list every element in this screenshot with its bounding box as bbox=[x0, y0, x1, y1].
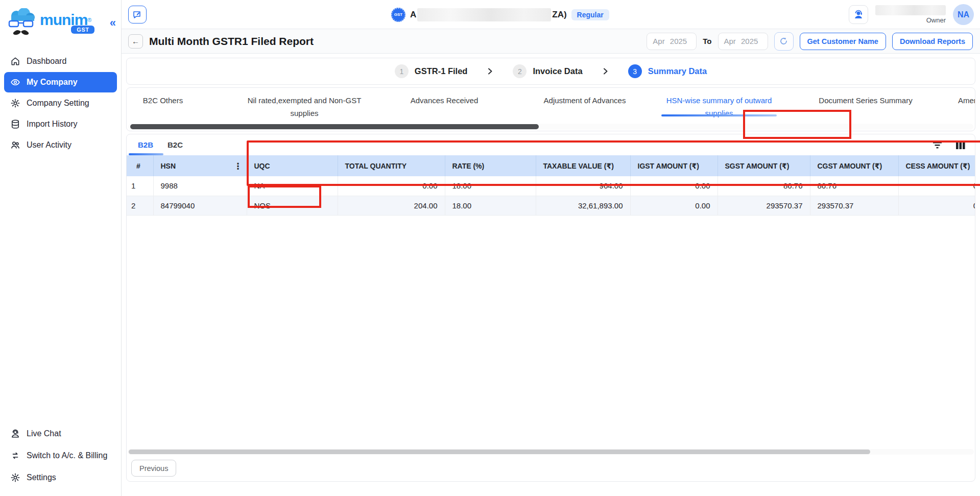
table-cell: 2 bbox=[127, 196, 153, 215]
sidebar-collapse-icon[interactable]: « bbox=[110, 16, 116, 30]
user-avatar[interactable]: NA bbox=[953, 4, 974, 25]
sidebar-item-import-history[interactable]: Import History bbox=[4, 114, 117, 134]
users-icon bbox=[10, 140, 20, 150]
active-tab-underline bbox=[661, 114, 777, 116]
previous-button[interactable]: Previous bbox=[131, 460, 176, 477]
table-scrollbar-thumb[interactable] bbox=[129, 450, 870, 454]
table-cell: 293570.37 bbox=[810, 196, 898, 215]
app-root: munim® GST « DashboardMy CompanyCompany … bbox=[0, 0, 980, 496]
table-cell: 0.00 bbox=[630, 196, 718, 215]
sidebar-item-my-company[interactable]: My Company bbox=[4, 72, 117, 92]
database-icon bbox=[10, 119, 20, 129]
refresh-button[interactable] bbox=[774, 32, 794, 51]
sidebar-item-switch-to-a-c-billing[interactable]: Switch to A/c. & Billing bbox=[4, 445, 117, 466]
company-name-prefix: A bbox=[410, 10, 416, 20]
step-label: Invoice Data bbox=[533, 66, 582, 76]
table-cell: 18.00 bbox=[445, 176, 536, 196]
sidebar-item-user-activity[interactable]: User Activity bbox=[4, 135, 117, 155]
column-header-label: UQC bbox=[254, 162, 270, 170]
sidebar-item-label: User Activity bbox=[27, 140, 71, 150]
table-cell: NOS bbox=[247, 196, 338, 215]
home-icon bbox=[10, 56, 20, 66]
step-number: 2 bbox=[513, 64, 527, 78]
date-from-input[interactable]: Apr 2025 bbox=[647, 33, 697, 50]
refresh-icon bbox=[779, 36, 788, 46]
back-button[interactable]: ← bbox=[128, 34, 143, 49]
gst-stamp-icon: GST bbox=[391, 8, 405, 22]
tabs-scrollbar-thumb[interactable] bbox=[130, 124, 539, 129]
sidebar-item-settings[interactable]: Settings bbox=[4, 467, 117, 488]
sidebar: munim® GST « DashboardMy CompanyCompany … bbox=[0, 0, 122, 496]
step-summary-data[interactable]: 3Summary Data bbox=[628, 64, 707, 78]
sidebar-item-label: My Company bbox=[27, 78, 78, 87]
sidebar-item-dashboard[interactable]: Dashboard bbox=[4, 51, 117, 72]
table-cell: 86.76 bbox=[718, 176, 810, 196]
get-customer-name-button[interactable]: Get Customer Name bbox=[800, 33, 886, 50]
subtab-b2c[interactable]: B2C bbox=[160, 134, 190, 155]
column-header-label: IGST AMOUNT (₹) bbox=[638, 162, 699, 170]
column-header-label: CESS AMOUNT (₹) bbox=[906, 162, 970, 170]
column-header-hsn: HSN⋮ bbox=[153, 155, 247, 176]
download-reports-button[interactable]: Download Reports bbox=[892, 33, 973, 50]
section-tab-amen[interactable]: Amen bbox=[958, 95, 975, 107]
page-title: Multi Month GSTR1 Filed Report bbox=[149, 35, 314, 48]
step-invoice-data[interactable]: 2Invoice Data bbox=[513, 64, 582, 78]
section-tab-nil-rated-exempted-and-non-gst-supplies[interactable]: Nil rated,exempted and Non-GST supplies bbox=[245, 95, 364, 120]
owner-name-redacted bbox=[875, 5, 946, 15]
headset-icon bbox=[10, 429, 20, 439]
column-menu-icon[interactable]: ⋮ bbox=[234, 160, 243, 171]
company-name-suffix: ZA) bbox=[552, 10, 566, 20]
registered-mark: ® bbox=[87, 17, 91, 23]
step-label: Summary Data bbox=[648, 66, 707, 76]
sidebar-item-label: Settings bbox=[27, 473, 56, 482]
subtab-b2b[interactable]: B2B bbox=[131, 134, 160, 155]
company-name: A ZA) bbox=[410, 8, 567, 21]
table-cell: 32,61,893.00 bbox=[536, 196, 630, 215]
table-row: 19988NA0.0018.00964.000.0086.7686.760.00 bbox=[127, 176, 975, 196]
table-row: 284799040NOS204.0018.0032,61,893.000.002… bbox=[127, 196, 975, 215]
column-header-total-quantity: TOTAL QUANTITY bbox=[338, 155, 445, 176]
step-number: 1 bbox=[395, 64, 409, 78]
section-tab-b2c-others[interactable]: B2C Others bbox=[143, 95, 183, 107]
main-area: GST A ZA) Regular bbox=[122, 0, 980, 496]
section-tab-advances-received[interactable]: Advances Received bbox=[411, 95, 479, 107]
columns-icon[interactable] bbox=[955, 140, 966, 150]
brand-block[interactable]: munim® GST bbox=[40, 11, 91, 29]
grid-toolbar-icons bbox=[933, 140, 966, 150]
table-cell: 964.00 bbox=[536, 176, 630, 196]
tabs-scrollbar-track[interactable] bbox=[128, 124, 973, 130]
table-cell: 84799040 bbox=[153, 196, 247, 215]
column-header-label: SGST AMOUNT (₹) bbox=[725, 162, 790, 170]
date-to-input[interactable]: Apr 2025 bbox=[718, 33, 768, 50]
step-gstr-1-filed[interactable]: 1GSTR-1 Filed bbox=[395, 64, 468, 78]
section-tab-adjustment-of-advances[interactable]: Adjustment of Advances bbox=[544, 95, 626, 107]
logo-row: munim® GST « bbox=[0, 0, 121, 47]
munim-mascot-icon bbox=[6, 8, 38, 39]
table-cell: NA bbox=[247, 176, 338, 196]
support-button[interactable] bbox=[849, 5, 868, 24]
column-header-label: CGST AMOUNT (₹) bbox=[818, 162, 882, 170]
filter-icon[interactable] bbox=[933, 141, 942, 149]
date-range-to-label: To bbox=[703, 37, 711, 45]
headset-person-icon bbox=[853, 9, 864, 20]
sidebar-item-label: Company Setting bbox=[27, 99, 89, 108]
table-cell: 9988 bbox=[153, 176, 247, 196]
column-header-label: HSN bbox=[161, 162, 176, 170]
sidebar-item-company-setting[interactable]: Company Setting bbox=[4, 93, 117, 113]
subtab-row: B2BB2C bbox=[127, 134, 975, 155]
summary-grid-card: B2BB2C bbox=[126, 134, 975, 482]
gear-icon bbox=[10, 473, 20, 483]
company-header: GST A ZA) Regular bbox=[391, 0, 609, 29]
feedback-compose-button[interactable] bbox=[128, 6, 147, 23]
section-tab-document-series-summary[interactable]: Document Series Summary bbox=[819, 95, 912, 107]
table-cell: 0.00 bbox=[338, 176, 445, 196]
table-scrollbar-track[interactable] bbox=[128, 449, 974, 455]
owner-label: Owner bbox=[926, 16, 946, 24]
titlebar-controls: Apr 2025 To Apr 2025 Get Customer Name D… bbox=[647, 32, 973, 51]
column-header-label: TAXABLE VALUE (₹) bbox=[543, 162, 614, 170]
sidebar-item-live-chat[interactable]: Live Chat bbox=[4, 423, 117, 444]
sidebar-item-label: Switch to A/c. & Billing bbox=[27, 451, 107, 460]
topbar-right: Owner NA bbox=[849, 0, 974, 29]
owner-block: Owner bbox=[875, 5, 946, 24]
sidebar-item-label: Dashboard bbox=[27, 57, 66, 66]
